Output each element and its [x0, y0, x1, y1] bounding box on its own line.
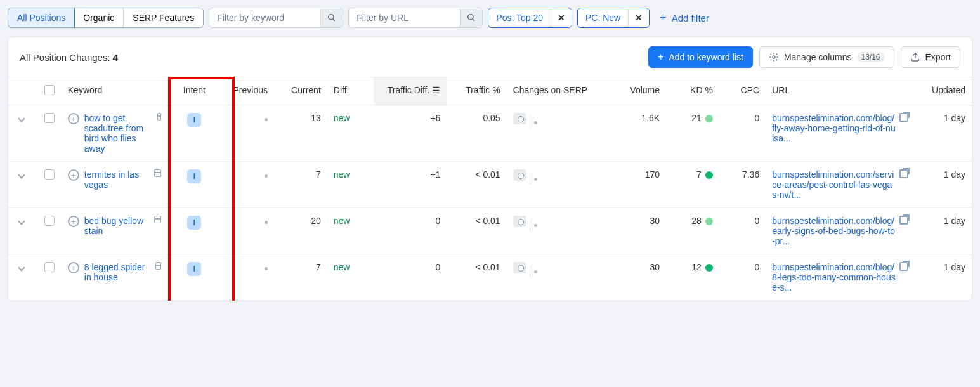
filter-keyword-input[interactable] — [209, 8, 320, 27]
filter-chip-position[interactable]: Pos: Top 20 ✕ — [488, 8, 572, 28]
sort-indicator-icon: ☰ — [432, 85, 440, 95]
traffic-diff-value: +1 — [374, 162, 447, 208]
external-link-icon[interactable] — [899, 113, 908, 122]
keyword-link[interactable]: bed bug yellow stain — [84, 216, 145, 236]
external-link-icon[interactable] — [899, 262, 908, 271]
gear-icon — [769, 52, 779, 62]
add-keyword-icon[interactable]: + — [68, 262, 79, 273]
col-cpc[interactable]: CPC — [719, 77, 766, 105]
col-url[interactable]: URL — [766, 77, 918, 105]
updated-value: 1 day — [918, 162, 972, 208]
external-link-icon[interactable] — [899, 216, 908, 225]
col-intent[interactable]: Intent — [167, 77, 221, 105]
filter-url-input[interactable] — [349, 8, 460, 27]
separator — [530, 219, 530, 230]
filter-keyword-search-button[interactable] — [320, 9, 343, 27]
svg-point-0 — [329, 15, 334, 20]
export-button[interactable]: Export — [901, 46, 960, 68]
previous-empty-dot — [265, 174, 268, 178]
kd-dot-icon — [705, 171, 713, 179]
col-expand — [8, 77, 37, 105]
position-type-segmented: All Positions Organic SERP Features — [8, 8, 204, 28]
keyword-link[interactable]: termites in las vegas — [84, 169, 146, 190]
serp-changes-icon[interactable] — [513, 113, 526, 124]
url-link[interactable]: burnspestelimination.com/blog/8-legs-too… — [772, 262, 896, 292]
cpc-value: 0 — [719, 208, 766, 254]
url-link[interactable]: burnspestelimination.com/blog/early-sign… — [772, 216, 896, 246]
traffic-pct-value: < 0.01 — [447, 162, 506, 208]
plus-icon: + — [658, 52, 663, 62]
row-checkbox[interactable] — [44, 262, 55, 272]
row-checkbox[interactable] — [44, 169, 55, 180]
intent-badge: I — [187, 169, 201, 183]
button-label: Export — [925, 52, 951, 62]
volume-value: 30 — [606, 208, 666, 254]
col-kd[interactable]: KD % — [666, 77, 719, 105]
updated-value: 1 day — [918, 208, 972, 254]
serp-preview-icon[interactable] — [155, 262, 162, 270]
title-count: 4 — [113, 52, 118, 63]
cpc-value: 7.36 — [719, 162, 766, 208]
serp-preview-icon[interactable] — [154, 169, 161, 177]
add-keyword-icon[interactable]: + — [68, 216, 79, 227]
keyword-link[interactable]: how to get scadutree from bird who flies… — [84, 113, 148, 154]
chip-close-button[interactable]: ✕ — [628, 9, 649, 27]
table-row: + 8 legged spider in house I 7 new 0 < 0… — [8, 254, 972, 301]
table-wrapper: Keyword Intent Previous Current Diff. Tr… — [8, 77, 972, 301]
row-checkbox[interactable] — [44, 113, 55, 123]
col-changes[interactable]: Changes on SERP — [507, 77, 606, 105]
intent-badge: I — [187, 113, 201, 127]
add-keyword-icon[interactable]: + — [68, 113, 79, 124]
col-volume[interactable]: Volume — [606, 77, 666, 105]
row-checkbox[interactable] — [44, 216, 55, 226]
kd-dot-icon — [705, 264, 713, 272]
col-current[interactable]: Current — [274, 77, 327, 105]
diff-value: new — [334, 169, 350, 180]
chip-close-button[interactable]: ✕ — [551, 9, 572, 27]
search-icon — [467, 13, 476, 22]
col-checkbox — [37, 77, 62, 105]
tab-organic[interactable]: Organic — [74, 8, 124, 27]
col-keyword[interactable]: Keyword — [62, 77, 168, 105]
add-to-keyword-list-button[interactable]: + Add to keyword list — [648, 46, 753, 68]
serp-preview-icon[interactable] — [157, 113, 161, 121]
expand-chevron-icon[interactable] — [18, 115, 25, 122]
expand-chevron-icon[interactable] — [18, 218, 25, 225]
add-keyword-icon[interactable]: + — [68, 169, 79, 181]
current-value: 7 — [274, 162, 327, 208]
col-diff[interactable]: Diff. — [327, 77, 374, 105]
serp-changes-icon[interactable] — [513, 262, 526, 273]
col-updated[interactable]: Updated — [918, 77, 972, 105]
manage-columns-button[interactable]: Manage columns 13/16 — [759, 46, 894, 68]
serp-preview-icon[interactable] — [154, 216, 161, 223]
results-count-label: All Position Changes: 4 — [20, 52, 118, 63]
col-previous[interactable]: Previous — [221, 77, 274, 105]
tab-all-positions[interactable]: All Positions — [8, 8, 75, 28]
button-label: Manage columns — [784, 52, 852, 62]
diff-value: new — [334, 216, 350, 226]
url-link[interactable]: burnspestelimination.com/blog/fly-away-h… — [772, 113, 896, 143]
tab-serp-features[interactable]: SERP Features — [124, 8, 203, 27]
col-traffic-pct[interactable]: Traffic % — [447, 77, 506, 105]
expand-chevron-icon[interactable] — [18, 264, 25, 271]
updated-value: 1 day — [918, 105, 972, 162]
filter-url-search-button[interactable] — [460, 9, 482, 27]
traffic-diff-value: 0 — [374, 254, 447, 301]
search-icon — [327, 13, 336, 22]
checkbox-all[interactable] — [44, 85, 55, 95]
add-filter-label: Add filter — [672, 13, 709, 23]
export-icon — [910, 52, 920, 62]
url-link[interactable]: burnspestelimination.com/service-areas/p… — [772, 169, 896, 200]
filter-chip-pc[interactable]: PC: New ✕ — [577, 8, 650, 28]
serp-changes-icon[interactable] — [513, 216, 526, 227]
external-link-icon[interactable] — [899, 169, 908, 178]
updated-value: 1 day — [918, 254, 972, 301]
serp-changes-icon[interactable] — [513, 169, 526, 181]
traffic-diff-value: 0 — [374, 208, 447, 254]
table-row: + bed bug yellow stain I 20 new 0 < 0.01… — [8, 208, 972, 254]
col-traffic-diff[interactable]: Traffic Diff.☰ — [374, 77, 447, 105]
add-filter-button[interactable]: + Add filter — [655, 8, 714, 27]
positions-table: Keyword Intent Previous Current Diff. Tr… — [8, 77, 972, 301]
expand-chevron-icon[interactable] — [18, 171, 25, 178]
keyword-link[interactable]: 8 legged spider in house — [84, 262, 147, 282]
